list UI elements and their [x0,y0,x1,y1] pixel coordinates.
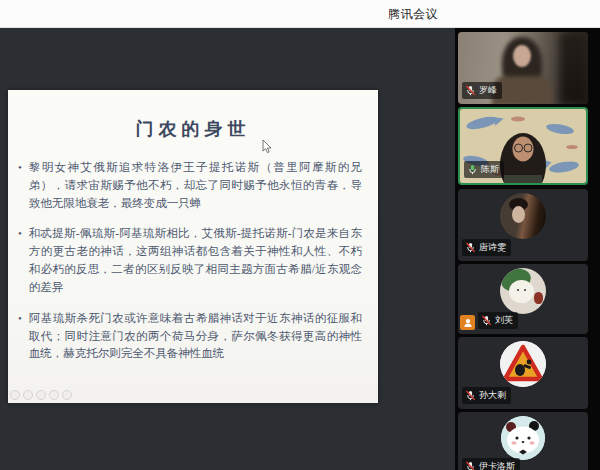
mic-muted-icon [465,242,476,253]
bullet-text: 黎明女神艾俄斯追求特洛伊王子提托诺斯（普里阿摩斯的兄弟），请求宙斯赐予他不朽，却… [29,159,362,212]
slide-bullet-list: • 黎明女神艾俄斯追求特洛伊王子提托诺斯（普里阿摩斯的兄弟），请求宙斯赐予他不朽… [8,141,378,363]
avatar [500,341,546,387]
slide-bullet: • 黎明女神艾俄斯追求特洛伊王子提托诺斯（普里阿摩斯的兄弟），请求宙斯赐予他不朽… [18,159,362,212]
annotation-tool-icon [49,390,59,400]
bullet-text: 阿基琉斯杀死门农或许意味着古希腊神话对于近东神话的征服和取代；同时注意门农的两个… [29,310,362,363]
mic-muted-icon [465,85,476,96]
participant-name: 罗峰 [479,84,497,97]
annotation-tool-icon [10,390,20,400]
participant-name: 刘芙 [495,314,513,327]
participant-tile-4[interactable]: 刘芙 [458,264,588,334]
participant-nametag: 陈斯 [464,161,504,178]
menu-bar: 腾讯会议 [0,0,600,28]
participant-nametag: 孙大剩 [462,387,511,404]
avatar [500,268,546,314]
participant-tile-5[interactable]: 孙大剩 [458,337,588,409]
participant-tile-3[interactable]: 唐诗雯 [458,189,588,261]
participant-tile-6[interactable]: 伊卡洛斯 [458,412,588,470]
participant-nametag: 刘芙 [478,312,518,329]
avatar [501,416,545,460]
participants-panel: 罗峰 [455,28,600,470]
participant-name: 伊卡洛斯 [479,460,515,470]
participant-nametag: 罗峰 [462,82,502,99]
tencent-meeting-window: 腾讯会议 门农的身世 • 黎明女神艾俄斯追求特洛伊王子提托诺斯（普里阿摩斯的兄弟… [0,0,600,470]
slide-bullet: • 和忒提斯-佩琉斯-阿基琉斯相比，艾俄斯-提托诺斯-门农是来自东方的更古老的神… [18,225,362,296]
participant-nametag: 唐诗雯 [462,239,511,256]
bullet-marker: • [18,159,22,212]
bullet-marker: • [18,225,22,296]
presentation-slide: 门农的身世 • 黎明女神艾俄斯追求特洛伊王子提托诺斯（普里阿摩斯的兄弟），请求宙… [8,90,378,403]
mic-on-icon [467,164,478,175]
slide-bullet: • 阿基琉斯杀死门农或许意味着古希腊神话对于近东神话的征服和取代；同时注意门农的… [18,310,362,363]
app-title[interactable]: 腾讯会议 [388,6,438,23]
participant-name: 孙大剩 [479,389,506,402]
annotation-tool-icon [36,390,46,400]
participant-name: 陈斯 [481,163,499,176]
slide-title: 门农的身世 [8,117,378,141]
mic-muted-icon [465,461,476,470]
participant-name: 唐诗雯 [479,241,506,254]
slideshow-annotation-toolbar [10,390,72,400]
bullet-marker: • [18,310,22,363]
mic-muted-icon [465,390,476,401]
annotation-tool-icon [23,390,33,400]
participant-tile-1[interactable]: 罗峰 [458,32,588,104]
annotation-tool-icon [62,390,72,400]
bullet-text: 和忒提斯-佩琉斯-阿基琉斯相比，艾俄斯-提托诺斯-门农是来自东方的更古老的神话，… [29,225,362,296]
shared-screen-area: 门农的身世 • 黎明女神艾俄斯追求特洛伊王子提托诺斯（普里阿摩斯的兄弟），请求宙… [0,28,455,470]
participant-nametag: 伊卡洛斯 [462,458,520,470]
avatar [500,193,546,239]
mouse-cursor-icon [262,140,273,154]
member-badge-icon [460,315,475,330]
mic-muted-icon [481,315,492,326]
participant-tile-2[interactable]: 陈斯 [458,107,588,185]
